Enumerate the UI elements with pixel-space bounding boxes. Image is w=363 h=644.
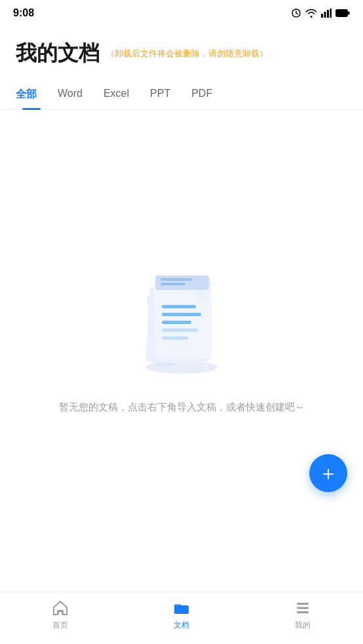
svg-rect-6 [348, 12, 350, 15]
status-icons [291, 8, 350, 18]
header-title-row: 我的文档 （卸载后文件将会被删除，请勿随意卸载） [16, 39, 347, 68]
empty-illustration [116, 253, 247, 384]
docs-icon [172, 599, 191, 617]
nav-item-home[interactable]: 首页 [0, 599, 121, 631]
tabs-bar: 全部 Word Excel PPT PDF [0, 81, 363, 110]
svg-rect-22 [162, 336, 188, 340]
add-document-button[interactable]: ＋ [309, 454, 347, 492]
tab-word[interactable]: Word [47, 81, 93, 109]
main-content: 暂无您的文稿，点击右下角导入文稿，或者快速创建吧～ ＋ [0, 110, 363, 558]
svg-rect-27 [297, 607, 309, 609]
doc-svg [116, 253, 247, 384]
svg-rect-1 [321, 14, 323, 18]
nav-label-mine: 我的 [295, 620, 311, 631]
svg-rect-25 [161, 283, 185, 285]
svg-rect-4 [330, 9, 332, 18]
signal-icon [321, 9, 332, 18]
page-title: 我的文档 [16, 39, 100, 68]
nav-label-home: 首页 [52, 620, 68, 631]
svg-rect-28 [297, 611, 309, 613]
home-icon [51, 599, 69, 617]
empty-state-text: 暂无您的文稿，点击右下角导入文稿，或者快速创建吧～ [59, 399, 305, 415]
svg-rect-2 [324, 12, 326, 18]
svg-rect-19 [162, 313, 201, 316]
mine-icon [294, 599, 312, 617]
status-bar: 9:08 [0, 0, 363, 26]
tab-ppt[interactable]: PPT [140, 81, 181, 109]
bottom-navigation: 首页 文档 我的 [0, 592, 363, 644]
add-icon: ＋ [318, 463, 338, 483]
tab-pdf[interactable]: PDF [181, 81, 223, 109]
svg-rect-26 [297, 603, 309, 605]
nav-label-docs: 文档 [174, 620, 189, 631]
svg-rect-21 [162, 329, 198, 332]
nav-item-docs[interactable]: 文档 [121, 599, 242, 631]
svg-rect-18 [162, 305, 196, 308]
svg-rect-20 [162, 321, 191, 324]
svg-rect-7 [337, 10, 347, 16]
tab-excel[interactable]: Excel [93, 81, 140, 109]
sync-icon [291, 8, 301, 18]
header: 我的文档 （卸载后文件将会被删除，请勿随意卸载） [0, 26, 363, 75]
wifi-icon [305, 8, 317, 18]
battery-icon [335, 9, 350, 17]
svg-rect-24 [161, 278, 192, 281]
svg-rect-3 [327, 10, 329, 18]
status-time: 9:08 [13, 7, 34, 19]
nav-item-mine[interactable]: 我的 [242, 599, 363, 631]
header-subtitle: （卸载后文件将会被删除，请勿随意卸载） [106, 48, 268, 60]
tab-all[interactable]: 全部 [16, 81, 47, 109]
